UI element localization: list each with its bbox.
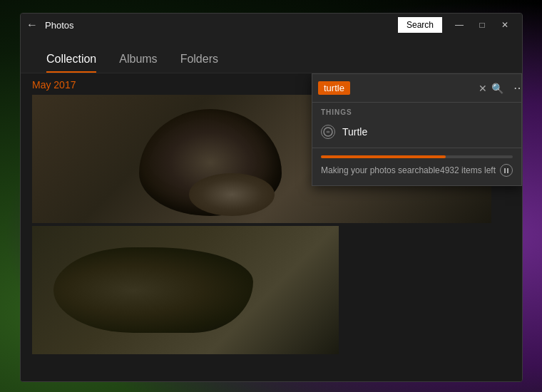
progress-bar-fill — [321, 155, 446, 158]
pause-button[interactable] — [500, 164, 513, 177]
back-button[interactable]: ← — [26, 19, 38, 31]
more-options-button[interactable]: ⋯ — [508, 78, 522, 98]
pause-bar-right — [507, 168, 508, 173]
search-result-turtle[interactable]: Turtle — [312, 119, 521, 145]
close-button[interactable]: ✕ — [494, 14, 516, 36]
desktop-background: ← Photos Search — □ ✕ Collection Albums … — [0, 0, 542, 392]
window-controls: — □ ✕ — [448, 14, 516, 36]
photo-turtle-side[interactable] — [32, 226, 339, 354]
title-bar: ← Photos Search — □ ✕ — [21, 14, 522, 36]
nav-collection[interactable]: Collection — [35, 47, 108, 73]
search-dropdown: turtle ✕ 🔍 ⋯ THINGS Turtle — [312, 73, 522, 186]
search-button[interactable]: Search — [398, 17, 442, 33]
progress-bar-bg — [321, 155, 513, 158]
app-title: Photos — [45, 20, 398, 31]
turtle-result-label: Turtle — [342, 126, 367, 138]
pause-icon — [504, 168, 508, 173]
nav-albums[interactable]: Albums — [108, 47, 168, 73]
search-section-things: THINGS — [312, 103, 521, 119]
nav-folders[interactable]: Folders — [169, 47, 230, 73]
nav-bar: Collection Albums Folders — [21, 36, 522, 73]
app-window: ← Photos Search — □ ✕ Collection Albums … — [20, 13, 523, 382]
main-content: May 2017 turtle ✕ 🔍 ⋯ TH — [21, 73, 522, 381]
search-progress-text: Making your photos searchable 4932 items… — [321, 164, 513, 177]
search-clear-button[interactable]: ✕ — [479, 83, 487, 94]
pause-bar-left — [504, 168, 506, 173]
progress-label: Making your photos searchable — [321, 165, 440, 175]
search-input[interactable] — [354, 83, 474, 93]
search-input-row: turtle ✕ 🔍 ⋯ — [312, 74, 521, 102]
maximize-button[interactable]: □ — [471, 14, 494, 36]
progress-count: 4932 items left — [440, 165, 496, 175]
turtle-result-icon — [321, 125, 335, 139]
photo-row-2 — [32, 226, 511, 354]
search-progress-area: Making your photos searchable 4932 items… — [312, 148, 521, 185]
search-icon[interactable]: 🔍 — [491, 83, 503, 94]
minimize-button[interactable]: — — [448, 14, 471, 36]
search-tag: turtle — [318, 81, 350, 95]
